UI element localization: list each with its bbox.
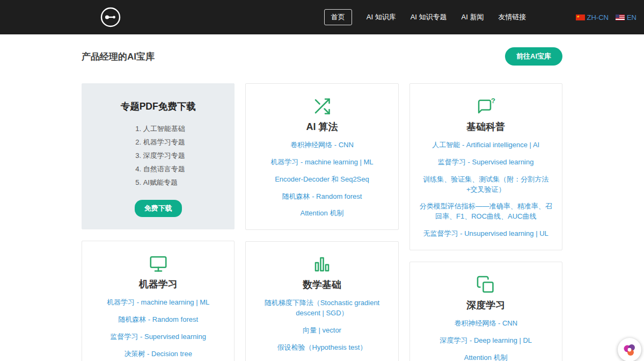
site-logo[interactable] [99, 6, 122, 28]
card-link[interactable]: 向量 | vector [254, 326, 390, 336]
shuffle-icon [312, 97, 332, 116]
free-download-button[interactable]: 免费下载 [135, 200, 182, 217]
card-title: 机器学习 [90, 278, 226, 291]
cn-flag-icon [576, 15, 585, 20]
machine-learning-card: 机器学习 机器学习 - machine learning | ML 随机森林 -… [82, 241, 235, 361]
pdf-topic-item: 自然语言专题 [143, 164, 185, 174]
card-link[interactable]: 监督学习 - Supervised learning [90, 332, 226, 342]
lang-en[interactable]: EN [616, 13, 636, 21]
ai-algorithm-card: AI 算法 卷积神经网络 - CNN 机器学习 - machine learni… [245, 83, 398, 230]
card-link[interactable]: 卷积神经网络 - CNN [254, 140, 390, 150]
card-link[interactable]: 随机梯度下降法（Stochastic gradient descent | SG… [254, 298, 390, 319]
logo-icon [99, 6, 122, 28]
card-link[interactable]: Encoder-Decoder 和 Seq2Seq [254, 175, 390, 185]
pdf-topic-item: AI赋能专题 [143, 178, 185, 187]
nav-item-ai-knowledge[interactable]: AI 知识库 [367, 12, 396, 22]
card-link[interactable]: 随机森林 - Random forest [254, 192, 390, 202]
monitor-icon [149, 254, 168, 273]
bar-chart-icon [312, 255, 332, 274]
cards-column-2: AI 算法 卷积神经网络 - CNN 机器学习 - machine learni… [245, 83, 398, 361]
card-link[interactable]: 分类模型评估指标——准确率、精准率、召回率、F1、ROC曲线、AUC曲线 [418, 201, 554, 222]
card-link[interactable]: 决策树 - Decision tree [90, 349, 226, 359]
lang-zh-label: ZH-CN [587, 13, 609, 21]
pdf-topic-list: 人工智能基础 机器学习专题 深度学习专题 自然语言专题 AI赋能专题 [131, 120, 185, 191]
goto-ai-treasury-button[interactable]: 前往AI宝库 [505, 47, 562, 66]
cards-grid: 专题PDF免费下载 人工智能基础 机器学习专题 深度学习专题 自然语言专题 AI… [82, 83, 562, 361]
card-link[interactable]: 监督学习 - Supervised learning [418, 157, 554, 168]
lang-en-label: EN [627, 13, 636, 21]
pdf-download-card: 专题PDF免费下载 人工智能基础 机器学习专题 深度学习专题 自然语言专题 AI… [82, 83, 235, 229]
card-title: 数学基础 [254, 278, 390, 291]
nav-item-links[interactable]: 友情链接 [499, 12, 526, 22]
floating-widget-icon [622, 342, 637, 357]
card-link[interactable]: 卷积神经网络 - CNN [418, 319, 554, 329]
pdf-card-title: 专题PDF免费下载 [90, 100, 226, 113]
nav-item-ai-topics[interactable]: AI 知识专题 [411, 12, 447, 22]
svg-text:?: ? [491, 97, 495, 105]
card-title: 深度学习 [418, 299, 554, 312]
language-switcher: ZH-CN EN [576, 13, 637, 21]
card-link[interactable]: 人工智能 - Artificial intelligence | AI [418, 140, 554, 150]
page-title: 产品经理的AI宝库 [82, 50, 155, 63]
main-content: 产品经理的AI宝库 前往AI宝库 专题PDF免费下载 人工智能基础 机器学习专题… [82, 34, 562, 361]
deep-learning-card: 深度学习 卷积神经网络 - CNN 深度学习 - Deep learning |… [409, 262, 562, 361]
basic-science-card: ? 基础科普 人工智能 - Artificial intelligence | … [409, 83, 562, 250]
card-title: AI 算法 [254, 120, 390, 133]
chat-question-icon: ? [476, 97, 495, 116]
card-link[interactable]: Attention 机制 [254, 208, 390, 219]
floating-widget-button[interactable] [618, 338, 641, 361]
card-link[interactable]: 深度学习 - Deep learning | DL [418, 336, 554, 346]
site-header: 首页 AI 知识库 AI 知识专题 AI 新闻 友情链接 ZH-CN EN [0, 0, 644, 34]
card-link[interactable]: 机器学习 - machine learning | ML [90, 298, 226, 308]
nav-item-ai-news[interactable]: AI 新闻 [462, 12, 484, 22]
us-flag-icon [616, 15, 625, 20]
pdf-topic-item: 深度学习专题 [143, 151, 185, 161]
card-link[interactable]: 假设检验（Hypothesis test） [254, 343, 390, 353]
card-link[interactable]: Attention 机制 [418, 353, 554, 361]
main-nav: 首页 AI 知识库 AI 知识专题 AI 新闻 友情链接 [324, 9, 526, 25]
nav-item-home[interactable]: 首页 [324, 9, 352, 25]
card-title: 基础科普 [418, 120, 554, 133]
card-link[interactable]: 机器学习 - machine learning | ML [254, 157, 390, 168]
card-link[interactable]: 随机森林 - Random forest [90, 315, 226, 325]
cards-column-3: ? 基础科普 人工智能 - Artificial intelligence | … [409, 83, 562, 361]
pdf-topic-item: 人工智能基础 [143, 124, 185, 134]
card-link[interactable]: 训练集、验证集、测试集（附：分割方法+交叉验证） [418, 175, 554, 195]
copy-icon [476, 275, 495, 294]
card-link[interactable]: 无监督学习 - Unsupervised learning | UL [418, 229, 554, 239]
lang-zh-cn[interactable]: ZH-CN [576, 13, 609, 21]
math-basics-card: 数学基础 随机梯度下降法（Stochastic gradient descent… [245, 241, 398, 361]
title-row: 产品经理的AI宝库 前往AI宝库 [82, 34, 562, 66]
pdf-topic-item: 机器学习专题 [143, 138, 185, 147]
cards-column-1: 专题PDF免费下载 人工智能基础 机器学习专题 深度学习专题 自然语言专题 AI… [82, 83, 235, 361]
